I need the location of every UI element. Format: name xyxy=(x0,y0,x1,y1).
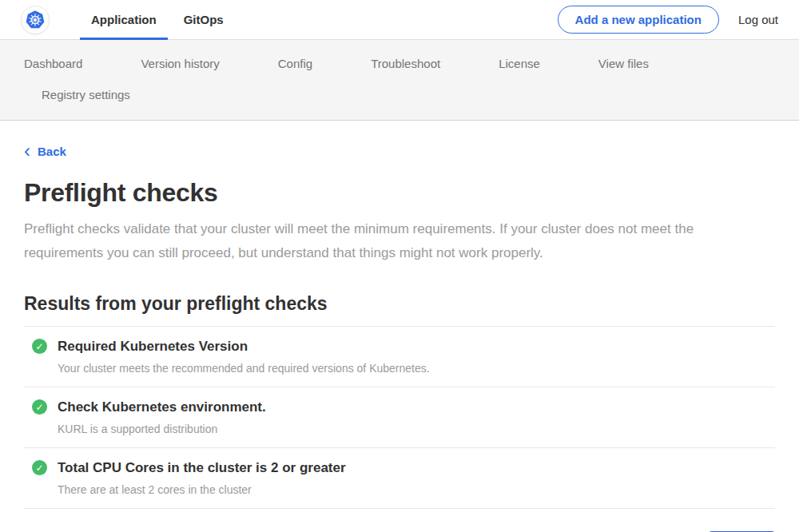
result-row-kubernetes-version: ✓ Required Kubernetes Version Your clust… xyxy=(24,327,775,387)
result-title: Total CPU Cores in the cluster is 2 or g… xyxy=(58,460,346,476)
tab-gitops[interactable]: GitOps xyxy=(173,0,235,39)
tab-application[interactable]: Application xyxy=(80,0,168,39)
header-spacer xyxy=(240,0,558,39)
result-message: There are at least 2 cores in the cluste… xyxy=(58,483,775,496)
chevron-left-icon: ‹ xyxy=(24,145,30,157)
check-pass-icon: ✓ xyxy=(32,399,47,415)
subnav-item-license[interactable]: License xyxy=(491,48,548,79)
logout-link[interactable]: Log out xyxy=(738,13,778,26)
back-link-label: Back xyxy=(38,145,66,158)
app-subnav: Dashboard Version history Config Trouble… xyxy=(0,40,799,121)
app-logo[interactable] xyxy=(21,0,50,39)
result-message: KURL is a supported distribution xyxy=(58,423,775,435)
top-header: Application GitOps Add a new application… xyxy=(0,0,799,40)
preflight-page: ‹ Back Preflight checks Preflight checks… xyxy=(0,121,799,532)
back-link[interactable]: ‹ Back xyxy=(24,145,66,158)
subnav-item-config[interactable]: Config xyxy=(270,48,320,79)
subnav-item-version-history[interactable]: Version history xyxy=(133,48,227,79)
page-title: Preflight checks xyxy=(24,178,775,208)
result-row-cpu-cores: ✓ Total CPU Cores in the cluster is 2 or… xyxy=(24,448,775,509)
add-new-application-button[interactable]: Add a new application xyxy=(558,6,719,34)
subnav-item-troubleshoot[interactable]: Troubleshoot xyxy=(363,48,448,79)
kubernetes-logo-icon xyxy=(21,6,50,34)
results-heading: Results from your preflight checks xyxy=(24,293,775,315)
result-message: Your cluster meets the recommended and r… xyxy=(58,362,775,375)
result-row-kubernetes-environment: ✓ Check Kubernetes environment. KURL is … xyxy=(24,387,775,448)
result-title: Check Kubernetes environment. xyxy=(58,399,266,415)
result-title: Required Kubernetes Version xyxy=(58,339,248,355)
subnav-item-view-files[interactable]: View files xyxy=(590,48,657,79)
check-pass-icon: ✓ xyxy=(32,460,47,475)
preflight-results-list: ✓ Required Kubernetes Version Your clust… xyxy=(24,326,775,509)
subnav-item-registry-settings[interactable]: Registry settings xyxy=(34,79,138,110)
page-description: Preflight checks validate that your clus… xyxy=(24,217,767,265)
subnav-item-dashboard[interactable]: Dashboard xyxy=(16,48,90,79)
check-pass-icon: ✓ xyxy=(32,339,47,354)
